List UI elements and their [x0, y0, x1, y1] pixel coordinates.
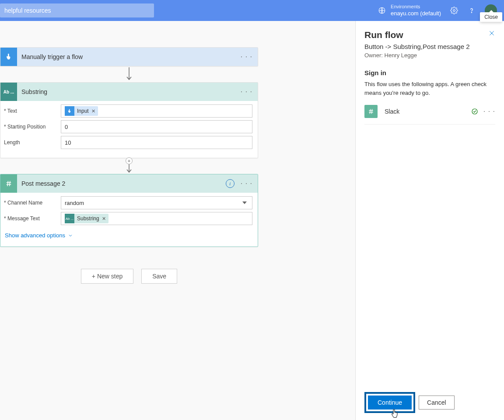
field-text: * Text Input ✕	[4, 104, 252, 118]
environment-selector[interactable]: Environments enayu.com (default)	[378, 3, 441, 17]
substring-title: Substring	[21, 88, 241, 95]
topbar: helpful resources Environments enayu.com…	[0, 0, 504, 21]
token-remove[interactable]: ✕	[91, 108, 95, 114]
cancel-button[interactable]: Cancel	[419, 396, 455, 410]
substring-icon: Ab ...	[65, 214, 74, 223]
substring-icon: Ab ...	[0, 83, 17, 101]
substring-card[interactable]: Ab ... Substring · · · * Text Input ✕	[0, 82, 258, 158]
panel-footer: Continue Cancel	[364, 392, 495, 413]
hash-icon	[0, 174, 17, 193]
substring-icon-label: Ab ...	[4, 90, 14, 94]
post-message-card[interactable]: Post message 2 i · · · * Channel Name ra…	[0, 174, 258, 247]
app-row-slack: Slack · · ·	[364, 105, 495, 125]
text-label: * Text	[4, 108, 61, 114]
input-token[interactable]: Input ✕	[65, 106, 98, 116]
start-input[interactable]: 0	[61, 120, 252, 133]
length-input[interactable]: 10	[61, 136, 252, 149]
svg-point-2	[471, 12, 472, 13]
field-start: * Starting Position 0	[4, 120, 252, 133]
topbar-right: Environments enayu.com (default)	[378, 3, 497, 17]
continue-button[interactable]: Continue	[368, 396, 412, 410]
continue-label: Continue	[378, 399, 402, 406]
close-tooltip: Close	[480, 12, 502, 22]
field-length: Length 10	[4, 136, 252, 149]
save-button[interactable]: Save	[141, 269, 177, 284]
advanced-text: Show advanced options	[5, 232, 65, 239]
run-flow-panel: Run flow Button -> Substring,Post messag…	[355, 21, 504, 420]
tooltip-text: Close	[484, 14, 498, 20]
channel-value: random	[65, 200, 84, 206]
chevron-down-icon	[68, 233, 73, 238]
close-icon[interactable]	[488, 30, 495, 37]
new-step-button[interactable]: + New step	[81, 269, 133, 284]
panel-header: Run flow	[364, 30, 495, 40]
field-message: * Message Text Ab ... Substring ✕	[4, 212, 252, 225]
post-menu[interactable]: · · ·	[241, 180, 252, 187]
gear-icon[interactable]	[450, 6, 458, 15]
token-label: Input	[77, 108, 89, 114]
substring-token[interactable]: Ab ... Substring ✕	[65, 214, 108, 223]
substring-menu[interactable]: · · ·	[241, 88, 252, 96]
start-label: * Starting Position	[4, 124, 61, 130]
environment-name: enayu.com (default)	[391, 10, 441, 17]
length-label: Length	[4, 139, 61, 146]
continue-focus-ring: Continue	[364, 392, 415, 413]
svg-point-15	[472, 109, 477, 114]
touch-icon	[65, 106, 74, 116]
touch-icon	[0, 48, 17, 66]
check-icon	[471, 108, 478, 115]
token-label: Substring	[77, 215, 99, 222]
trigger-header[interactable]: Manually trigger a flow · · ·	[0, 48, 258, 66]
trigger-title: Manually trigger a flow	[21, 53, 241, 60]
panel-description: This flow uses the following apps. A gre…	[364, 80, 495, 97]
info-icon[interactable]: i	[226, 179, 234, 188]
help-icon[interactable]	[467, 6, 476, 15]
svg-line-14	[371, 109, 372, 114]
app-name: Slack	[385, 108, 471, 115]
trigger-card[interactable]: Manually trigger a flow · · ·	[0, 47, 258, 66]
substring-header[interactable]: Ab ... Substring · · ·	[0, 83, 258, 101]
svg-line-13	[370, 109, 370, 114]
token-icon-label: Ab ...	[66, 217, 74, 221]
message-input[interactable]: Ab ... Substring ✕	[61, 212, 252, 225]
svg-point-1	[453, 10, 455, 12]
post-title: Post message 2	[21, 180, 226, 187]
environments-label: Environments	[391, 3, 441, 10]
panel-subtitle: Button -> Substring,Post message 2	[364, 43, 495, 50]
svg-line-7	[7, 181, 8, 186]
add-step-icon[interactable]: +	[126, 157, 133, 164]
post-header[interactable]: Post message 2 i · · ·	[0, 174, 258, 193]
flow-canvas: Manually trigger a flow · · · Ab ... Sub…	[0, 21, 354, 420]
new-step-label: + New step	[92, 273, 122, 280]
message-label: * Message Text	[4, 215, 61, 222]
arrow-connector	[0, 66, 258, 82]
slack-hash-icon	[364, 105, 378, 118]
trigger-menu[interactable]: · · ·	[241, 53, 252, 61]
globe-icon	[378, 6, 386, 15]
app-menu[interactable]: · · ·	[483, 108, 495, 115]
text-input[interactable]: Input ✕	[61, 104, 252, 118]
length-value: 10	[65, 139, 71, 146]
search-placeholder-text: helpful resources	[4, 7, 51, 14]
field-channel: * Channel Name random	[4, 196, 252, 209]
save-label: Save	[152, 273, 166, 280]
channel-label: * Channel Name	[4, 200, 61, 206]
show-advanced-link[interactable]: Show advanced options	[4, 228, 252, 240]
post-body: * Channel Name random * Message Text Ab …	[0, 193, 258, 246]
panel-owner: Owner: Henry Legge	[364, 52, 495, 59]
svg-line-8	[10, 181, 10, 186]
start-value: 0	[65, 124, 68, 130]
signin-heading: Sign in	[364, 69, 495, 76]
environment-text: Environments enayu.com (default)	[391, 3, 441, 17]
channel-select[interactable]: random	[61, 196, 252, 209]
panel-title: Run flow	[364, 30, 403, 40]
action-buttons: + New step Save	[0, 269, 258, 284]
arrow-connector-plus: +	[0, 158, 258, 174]
token-remove[interactable]: ✕	[102, 216, 106, 222]
substring-body: * Text Input ✕ * Starting Position 0	[0, 101, 258, 158]
cancel-label: Cancel	[427, 399, 446, 406]
search-input[interactable]: helpful resources	[0, 3, 154, 17]
